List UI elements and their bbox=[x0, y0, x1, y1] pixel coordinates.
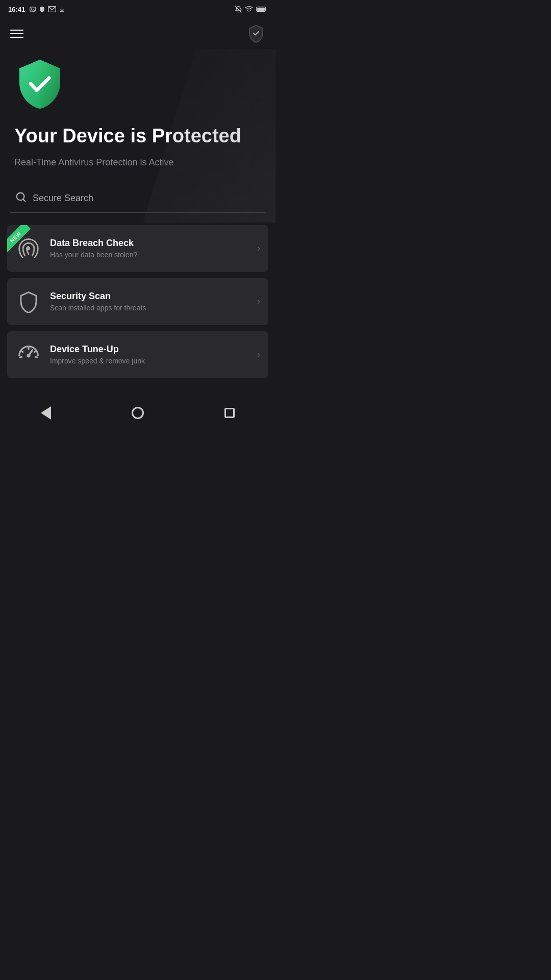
photo-icon bbox=[29, 6, 36, 13]
bell-mute-icon bbox=[235, 6, 242, 13]
shield-small-icon bbox=[39, 6, 45, 13]
status-time: 16:41 bbox=[8, 6, 25, 13]
security-scan-subtitle: Scan installed apps for threats bbox=[50, 304, 257, 312]
svg-line-14 bbox=[34, 351, 36, 352]
security-scan-title: Security Scan bbox=[50, 291, 257, 302]
hero-section: Your Device is Protected Real-Time Antiv… bbox=[0, 49, 276, 169]
search-icon bbox=[15, 191, 27, 205]
fingerprint-icon bbox=[17, 237, 40, 260]
mail-icon bbox=[48, 6, 56, 12]
svg-point-10 bbox=[27, 354, 30, 357]
device-tune-up-card[interactable]: Device Tune-Up Improve speed & remove ju… bbox=[7, 331, 268, 378]
hamburger-menu[interactable] bbox=[10, 30, 23, 38]
fingerprint-icon-wrap bbox=[15, 235, 42, 262]
device-tune-up-chevron: › bbox=[257, 349, 260, 360]
search-placeholder: Secure Search bbox=[33, 193, 93, 204]
security-scan-text: Security Scan Scan installed apps for th… bbox=[50, 291, 257, 312]
svg-line-13 bbox=[20, 357, 22, 358]
svg-point-4 bbox=[248, 11, 249, 12]
security-scan-chevron: › bbox=[257, 296, 260, 307]
svg-rect-6 bbox=[257, 8, 265, 11]
data-breach-check-title: Data Breach Check bbox=[50, 238, 257, 249]
shield-outline-icon-wrap bbox=[15, 288, 42, 315]
battery-icon bbox=[256, 6, 267, 12]
recent-icon bbox=[224, 408, 235, 418]
main-shield-container bbox=[14, 57, 261, 115]
app-header-shield-icon bbox=[247, 24, 265, 43]
recent-button[interactable] bbox=[218, 402, 241, 424]
svg-point-9 bbox=[28, 248, 30, 250]
speedometer-icon-wrap bbox=[15, 341, 42, 368]
svg-line-12 bbox=[21, 351, 23, 352]
svg-line-8 bbox=[23, 199, 25, 201]
data-breach-check-card[interactable]: NEW Data Breach Check Has your data been… bbox=[7, 225, 268, 272]
status-bar: 16:41 bbox=[0, 0, 276, 18]
back-icon bbox=[41, 406, 51, 420]
main-shield-icon bbox=[14, 57, 65, 113]
cards-container: NEW Data Breach Check Has your data been… bbox=[0, 225, 276, 378]
device-tune-up-text: Device Tune-Up Improve speed & remove ju… bbox=[50, 344, 257, 365]
back-button[interactable] bbox=[35, 402, 57, 424]
shield-outline-icon bbox=[18, 290, 39, 313]
hamburger-line-2 bbox=[10, 33, 23, 34]
download-icon bbox=[59, 6, 65, 13]
device-tune-up-subtitle: Improve speed & remove junk bbox=[50, 357, 257, 365]
home-icon bbox=[132, 407, 144, 419]
svg-line-15 bbox=[36, 357, 38, 358]
hero-subtitle: Real-Time Antivirus Protection is Active bbox=[14, 156, 261, 169]
status-icons-right bbox=[235, 6, 267, 13]
toolbar bbox=[0, 18, 276, 49]
hero-title: Your Device is Protected bbox=[14, 126, 261, 147]
data-breach-check-chevron: › bbox=[257, 243, 260, 254]
svg-line-3 bbox=[235, 6, 242, 13]
device-tune-up-title: Device Tune-Up bbox=[50, 344, 257, 355]
hamburger-line-1 bbox=[10, 30, 23, 31]
data-breach-check-subtitle: Has your data been stolen? bbox=[50, 251, 257, 259]
wifi-icon bbox=[245, 6, 253, 12]
search-bar[interactable]: Secure Search bbox=[10, 184, 265, 213]
data-breach-check-text: Data Breach Check Has your data been sto… bbox=[50, 238, 257, 259]
security-scan-card[interactable]: Security Scan Scan installed apps for th… bbox=[7, 278, 268, 325]
speedometer-icon bbox=[17, 345, 40, 365]
bottom-nav bbox=[0, 394, 276, 432]
status-icons-left bbox=[29, 6, 65, 13]
hamburger-line-3 bbox=[10, 37, 23, 38]
home-button[interactable] bbox=[127, 402, 149, 424]
status-left: 16:41 bbox=[8, 6, 65, 13]
search-container[interactable]: Secure Search bbox=[0, 184, 276, 213]
